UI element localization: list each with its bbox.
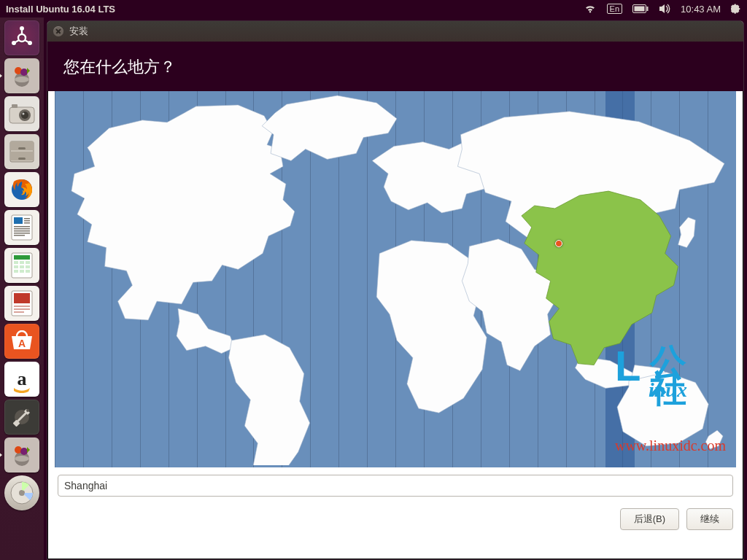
svg-rect-30 xyxy=(14,233,30,234)
svg-point-3 xyxy=(18,34,26,42)
svg-rect-37 xyxy=(14,265,18,268)
svg-rect-33 xyxy=(14,255,30,260)
svg-rect-36 xyxy=(26,261,30,264)
svg-rect-42 xyxy=(26,270,30,273)
svg-rect-31 xyxy=(14,235,25,236)
window-close-icon[interactable] xyxy=(53,26,63,36)
svg-rect-38 xyxy=(20,265,24,268)
window-title: 安装 xyxy=(69,25,88,38)
svg-rect-39 xyxy=(26,265,30,268)
back-button[interactable]: 后退(B) xyxy=(620,508,679,530)
svg-rect-28 xyxy=(14,228,30,230)
svg-rect-1 xyxy=(647,7,649,11)
svg-point-53 xyxy=(15,456,29,462)
svg-point-51 xyxy=(26,409,29,412)
launcher-live-media[interactable] xyxy=(4,475,39,510)
ubiquity-installer-window: 安装 您在什么地方？ xyxy=(47,20,744,560)
svg-rect-2 xyxy=(635,7,645,12)
timezone-map[interactable]: L公社inux www.linuxidc.com xyxy=(55,91,736,467)
launcher-system-settings[interactable] xyxy=(4,400,39,435)
svg-rect-12 xyxy=(12,104,18,108)
window-titlebar[interactable]: 安装 xyxy=(47,21,743,42)
svg-point-8 xyxy=(15,77,29,82)
svg-point-15 xyxy=(23,113,25,115)
launcher-ubuntu-software[interactable]: A xyxy=(4,324,39,359)
svg-rect-25 xyxy=(24,220,30,222)
launcher-amazon[interactable]: a xyxy=(4,362,39,397)
svg-point-55 xyxy=(20,448,28,455)
launcher-libreoffice-impress[interactable] xyxy=(4,286,39,321)
clock[interactable]: 10:43 AM xyxy=(681,4,721,15)
svg-point-58 xyxy=(19,490,25,496)
unity-top-bar: Install Ubuntu 16.04 LTS En 10:43 AM xyxy=(0,0,747,18)
svg-text:A: A xyxy=(18,338,26,349)
location-pin-icon xyxy=(555,240,562,247)
launcher-camera[interactable] xyxy=(4,96,39,131)
volume-icon[interactable] xyxy=(659,4,670,14)
svg-rect-46 xyxy=(14,308,30,310)
launcher-libreoffice-calc[interactable] xyxy=(4,248,39,283)
launcher-install-ubuntu[interactable] xyxy=(4,58,39,93)
launcher-libreoffice-writer[interactable] xyxy=(4,210,39,245)
active-window-title: Install Ubuntu 16.04 LTS xyxy=(6,4,584,15)
network-wifi-icon[interactable] xyxy=(584,4,597,14)
launcher-firefox[interactable] xyxy=(4,172,39,207)
svg-rect-40 xyxy=(14,270,18,273)
svg-rect-27 xyxy=(14,226,30,228)
svg-rect-44 xyxy=(14,293,30,303)
unity-launcher: A a xyxy=(0,18,44,560)
svg-rect-45 xyxy=(14,306,30,307)
launcher-files[interactable] xyxy=(4,134,39,169)
svg-rect-26 xyxy=(24,222,30,224)
indicator-area: En 10:43 AM xyxy=(584,4,741,15)
world-landmass xyxy=(55,91,736,465)
session-gear-icon[interactable] xyxy=(731,4,741,14)
svg-rect-35 xyxy=(20,261,24,264)
svg-rect-18 xyxy=(18,147,26,149)
launcher-install-ubuntu-2[interactable] xyxy=(4,438,39,472)
svg-point-14 xyxy=(21,112,28,119)
continue-button[interactable]: 继续 xyxy=(686,508,733,530)
svg-rect-34 xyxy=(14,261,18,264)
page-heading: 您在什么地方？ xyxy=(47,42,743,91)
svg-rect-29 xyxy=(14,230,30,232)
timezone-input[interactable] xyxy=(58,475,733,497)
battery-icon[interactable] xyxy=(632,4,649,13)
svg-rect-47 xyxy=(14,311,24,313)
svg-rect-41 xyxy=(20,270,24,273)
svg-point-10 xyxy=(20,69,28,76)
keyboard-indicator[interactable]: En xyxy=(607,4,622,14)
svg-rect-20 xyxy=(18,158,26,160)
svg-rect-23 xyxy=(14,217,23,224)
svg-point-4 xyxy=(20,26,24,31)
launcher-dash[interactable] xyxy=(4,20,39,55)
svg-rect-24 xyxy=(24,218,30,219)
